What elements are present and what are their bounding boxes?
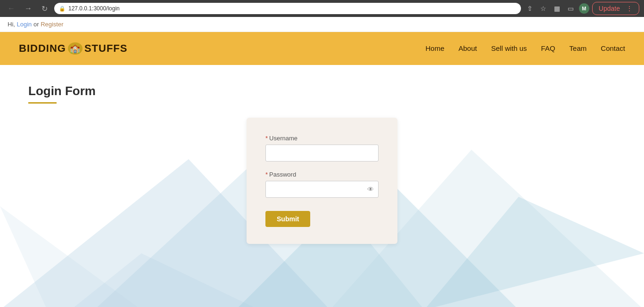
password-wrapper: 👁 bbox=[265, 181, 379, 198]
password-field-group: * Password 👁 bbox=[265, 171, 379, 198]
navbar: BIDDING 🏫 STUFFS Home About Sell with us… bbox=[0, 32, 644, 65]
back-button[interactable]: ← bbox=[5, 2, 18, 15]
nav-links: Home About Sell with us FAQ Team Contact bbox=[426, 44, 626, 53]
username-field-group: * Username bbox=[265, 135, 379, 162]
url-text: 127.0.0.1:3000/login bbox=[68, 5, 120, 12]
username-input[interactable] bbox=[265, 145, 379, 162]
submit-button[interactable]: Submit bbox=[265, 211, 310, 227]
forward-button[interactable]: → bbox=[22, 2, 35, 15]
brand-text-1: BIDDING bbox=[19, 42, 66, 55]
nav-faq[interactable]: FAQ bbox=[541, 44, 555, 52]
browser-chrome: ← → ↻ 🔒 127.0.0.1:3000/login ⇧ ☆ ▦ ▭ M U… bbox=[0, 0, 644, 17]
page-inner: Login Form * Username * Password bbox=[0, 65, 644, 263]
update-button[interactable]: Update ⋮ bbox=[592, 2, 639, 15]
extensions-icon[interactable]: ▦ bbox=[552, 3, 562, 14]
brand-icon: 🏫 bbox=[68, 42, 83, 55]
top-bar: Hi, Login or Register bbox=[0, 17, 644, 32]
nav-about[interactable]: About bbox=[459, 44, 477, 52]
or-text: or bbox=[33, 21, 41, 28]
menu-dots-icon: ⋮ bbox=[624, 3, 635, 14]
password-label: * Password bbox=[265, 171, 379, 178]
split-view-icon[interactable]: ▭ bbox=[565, 3, 576, 14]
nav-sell-with-us[interactable]: Sell with us bbox=[491, 44, 527, 52]
login-link[interactable]: Login bbox=[17, 21, 32, 28]
nav-home[interactable]: Home bbox=[426, 44, 445, 52]
brand-logo[interactable]: BIDDING 🏫 STUFFS bbox=[19, 42, 127, 55]
star-icon[interactable]: ☆ bbox=[538, 3, 549, 14]
nav-team[interactable]: Team bbox=[570, 44, 587, 52]
address-bar[interactable]: 🔒 127.0.0.1:3000/login bbox=[54, 3, 521, 14]
username-required-star: * bbox=[265, 135, 268, 142]
username-label: * Username bbox=[265, 135, 379, 142]
login-card: * Username * Password 👁 Submit bbox=[247, 118, 397, 244]
refresh-button[interactable]: ↻ bbox=[39, 2, 50, 15]
page-title: Login Form bbox=[28, 84, 616, 98]
lock-icon: 🔒 bbox=[59, 6, 66, 12]
browser-actions: ⇧ ☆ ▦ ▭ M Update ⋮ bbox=[525, 2, 639, 15]
main-content: Login Form * Username * Password bbox=[0, 65, 644, 307]
hi-text: Hi, bbox=[8, 21, 15, 28]
toggle-password-icon[interactable]: 👁 bbox=[367, 186, 374, 193]
password-input[interactable] bbox=[265, 181, 379, 198]
brand-text-2: STUFFS bbox=[84, 42, 128, 55]
register-link[interactable]: Register bbox=[41, 21, 63, 28]
profile-button[interactable]: M bbox=[579, 3, 589, 14]
nav-contact[interactable]: Contact bbox=[601, 44, 625, 52]
title-underline bbox=[28, 102, 57, 104]
share-icon[interactable]: ⇧ bbox=[525, 3, 535, 14]
form-container: * Username * Password 👁 Submit bbox=[28, 118, 616, 244]
password-required-star: * bbox=[265, 171, 268, 178]
